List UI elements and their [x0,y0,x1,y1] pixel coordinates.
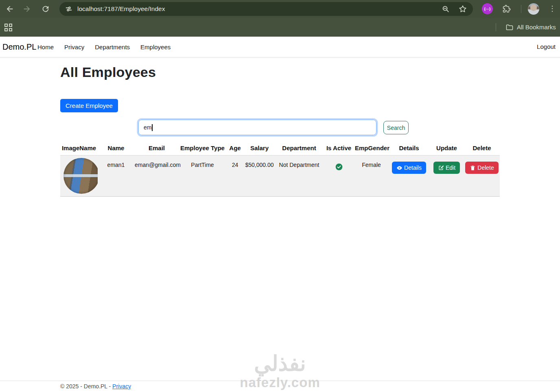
nav-link-employees[interactable]: Employees [140,44,171,50]
create-employee-button[interactable]: Create Employee [60,99,118,112]
brand-link[interactable]: Demo.PL [2,37,36,57]
col-header-is-active: Is Active [324,142,354,155]
site-settings-icon[interactable] [64,4,73,13]
address-bar[interactable]: localhost:7187/Employee/Index [59,2,473,16]
cell-delete: Delete [464,155,500,197]
col-header-department: Department [275,142,324,155]
active-check-icon [335,163,343,171]
cell-is-active [324,155,354,197]
cell-gender: Female [354,155,389,197]
page-title: All Employees [60,64,500,80]
forward-icon[interactable] [22,4,32,14]
col-header-delete: Delete [464,142,500,155]
zoom-out-icon[interactable] [441,4,450,13]
col-header-salary: Salary [244,142,275,155]
table-row: eman1 eman@gmail.com PartTime 24 $50,000… [60,155,500,197]
edit-button[interactable]: Edit [433,162,460,174]
refresh-icon[interactable] [41,4,50,14]
col-header-employee-type: Employee Type [179,142,226,155]
logout-link[interactable]: Logout [537,37,556,57]
eye-icon [396,165,402,171]
apps-grid-square [4,28,8,31]
col-header-age: Age [226,142,244,155]
pencil-square-icon [438,165,444,171]
cell-details: Details [389,155,429,197]
nav-link-privacy[interactable]: Privacy [64,44,84,50]
nav-link-home[interactable]: Home [37,44,54,50]
employee-photo [63,158,99,194]
back-icon[interactable] [5,4,15,14]
text-caret [152,124,153,131]
extension-badge-glyph: {⋯} [484,7,490,11]
col-header-name: Name [98,142,134,155]
extensions-puzzle-icon[interactable] [501,4,511,14]
cell-department: Not Department [275,155,324,197]
apps-grid-square [9,24,12,27]
all-bookmarks-label[interactable]: All Bookmarks [517,18,556,37]
copyright-text: © 2025 - Demo.PL - [60,383,112,390]
apps-grid-square [9,28,12,31]
search-input-value: em [144,124,151,131]
col-header-imagename: ImageName [60,142,98,155]
footer: © 2025 - Demo.PL - Privacy [0,381,560,392]
employees-table: ImageName Name Email Employee Type Age S… [60,142,500,197]
toolbar-separator [521,5,521,13]
details-button-label: Details [404,164,422,171]
table-header-row: ImageName Name Email Employee Type Age S… [60,142,500,155]
bookmark-star-icon[interactable] [458,4,467,13]
col-header-details: Details [389,142,429,155]
apps-grid-square [4,24,8,27]
col-header-update: Update [429,142,464,155]
bookmarks-bar: All Bookmarks [0,18,560,37]
browser-profile-avatar[interactable] [528,3,539,15]
col-header-empgender: EmpGender [354,142,389,155]
search-input[interactable]: em [138,120,376,135]
extension-badge-icon[interactable]: {⋯} [482,3,493,14]
app-navbar: Demo.PL Home Privacy Departments Employe… [0,37,560,57]
delete-button-label: Delete [477,164,494,171]
cell-age: 24 [226,155,244,197]
details-button[interactable]: Details [392,162,426,174]
url-text[interactable]: localhost:7187/Employee/Index [77,2,165,16]
delete-button[interactable]: Delete [465,162,498,174]
bookmarks-separator [496,23,496,31]
main-content: All Employees Create Employee em Search … [60,57,500,197]
cell-salary: $50,000.00 [244,155,275,197]
trash-icon [470,165,476,171]
browser-toolbar: localhost:7187/Employee/Index {⋯} ⋮ [0,0,560,18]
search-button[interactable]: Search [383,121,409,134]
cell-update: Edit [429,155,464,197]
cell-name: eman1 [98,155,134,197]
edit-button-label: Edit [446,164,455,171]
browser-menu-icon[interactable]: ⋮ [549,4,556,13]
cell-email: eman@gmail.com [134,155,179,197]
apps-grid-icon[interactable] [4,24,13,32]
search-row: em Search [60,120,500,136]
col-header-email: Email [134,142,179,155]
folder-icon[interactable] [505,23,514,31]
cell-image [60,155,98,197]
watermark-arabic: نفذلي [240,353,320,375]
nav-link-departments[interactable]: Departments [95,44,130,50]
footer-privacy-link[interactable]: Privacy [112,383,131,390]
cell-employee-type: PartTime [179,155,226,197]
nav-links: Home Privacy Departments Employees [37,37,171,57]
